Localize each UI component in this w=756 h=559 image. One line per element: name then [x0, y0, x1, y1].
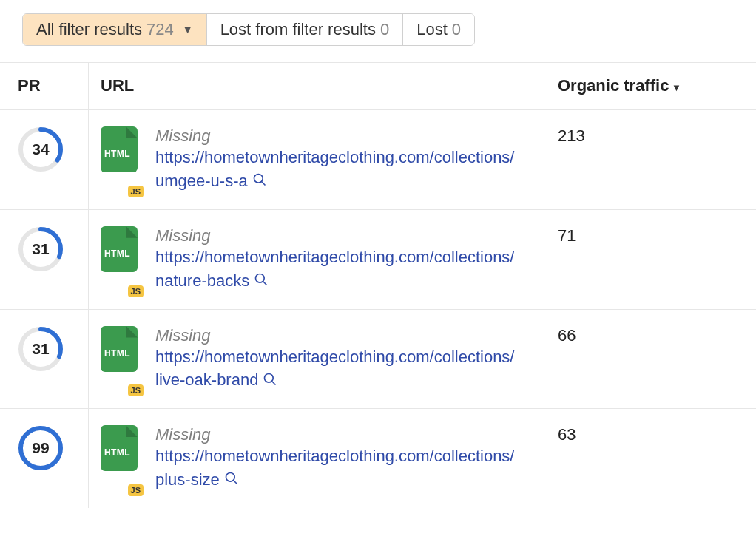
svg-point-2	[254, 175, 263, 183]
search-icon[interactable]	[254, 272, 269, 291]
col-header-url[interactable]: URL	[89, 63, 541, 109]
results-table: PR URL Organic traffic 34 HTML JS Missin…	[0, 62, 756, 508]
cell-url: HTML JS Missing https://hometownheritage…	[89, 210, 541, 309]
filetype-icon: HTML JS	[101, 425, 139, 492]
svg-line-3	[261, 182, 265, 186]
chevron-down-icon: ▼	[183, 24, 193, 35]
url-link[interactable]: https://hometownheritageclothing.com/col…	[155, 447, 514, 489]
cell-traffic: 66	[541, 310, 756, 409]
table-header: PR URL Organic traffic	[0, 62, 756, 109]
svg-point-6	[256, 274, 265, 282]
table-row: 34 HTML JS Missing https://hometownherit…	[0, 109, 756, 209]
cell-pr: 34	[0, 110, 89, 209]
html-icon: HTML	[101, 326, 138, 372]
svg-point-10	[265, 373, 274, 382]
filter-tab-count: 724	[146, 20, 174, 39]
col-header-pr[interactable]: PR	[0, 63, 89, 109]
js-badge: JS	[128, 484, 144, 496]
title-missing-label: Missing	[155, 326, 518, 345]
cell-pr: 99	[0, 409, 89, 508]
filetype-icon: HTML JS	[101, 126, 139, 193]
filter-tab-label: Lost from filter results	[220, 20, 376, 39]
filter-tab-2[interactable]: Lost 0	[403, 14, 474, 45]
pr-ring: 31	[18, 326, 64, 372]
js-badge: JS	[128, 384, 144, 396]
filter-tab-count: 0	[452, 20, 461, 39]
filter-tab-count: 0	[380, 20, 389, 39]
svg-line-7	[263, 281, 267, 285]
table-row: 99 HTML JS Missing https://hometownherit…	[0, 408, 756, 508]
html-icon: HTML	[101, 425, 138, 471]
pr-value: 31	[18, 226, 64, 272]
pr-ring: 99	[18, 425, 64, 471]
filter-tabs: All filter results 724▼Lost from filter …	[22, 13, 475, 46]
html-icon: HTML	[101, 126, 138, 172]
title-missing-label: Missing	[155, 425, 518, 444]
traffic-value: 66	[558, 326, 576, 345]
pr-value: 31	[18, 326, 64, 372]
cell-pr: 31	[0, 310, 89, 409]
traffic-value: 63	[558, 425, 576, 444]
search-icon[interactable]	[263, 372, 277, 391]
title-missing-label: Missing	[155, 126, 518, 146]
search-icon[interactable]	[224, 471, 239, 490]
cell-url: HTML JS Missing https://hometownheritage…	[89, 310, 541, 409]
filetype-icon: HTML JS	[101, 226, 139, 293]
cell-url: HTML JS Missing https://hometownheritage…	[89, 409, 541, 508]
cell-url: HTML JS Missing https://hometownheritage…	[89, 110, 541, 209]
col-header-traffic[interactable]: Organic traffic	[541, 63, 756, 109]
filter-tab-1[interactable]: Lost from filter results 0	[207, 14, 404, 45]
filter-tab-label: All filter results	[36, 20, 142, 39]
html-icon: HTML	[101, 226, 138, 272]
pr-ring: 31	[18, 226, 64, 272]
traffic-value: 213	[558, 126, 585, 145]
js-badge: JS	[128, 285, 144, 297]
filetype-icon: HTML JS	[101, 326, 139, 393]
url-link[interactable]: https://hometownheritageclothing.com/col…	[155, 248, 514, 290]
pr-value: 99	[18, 425, 64, 471]
pr-ring: 34	[18, 126, 64, 172]
search-icon[interactable]	[252, 172, 267, 192]
table-row: 31 HTML JS Missing https://hometownherit…	[0, 309, 756, 409]
filter-tab-label: Lost	[416, 20, 448, 39]
table-row: 31 HTML JS Missing https://hometownherit…	[0, 209, 756, 309]
cell-traffic: 71	[541, 210, 756, 309]
title-missing-label: Missing	[155, 226, 518, 245]
svg-line-11	[272, 381, 276, 384]
traffic-value: 71	[558, 226, 576, 245]
url-link[interactable]: https://hometownheritageclothing.com/col…	[155, 348, 514, 390]
cell-pr: 31	[0, 210, 89, 309]
filter-tab-0[interactable]: All filter results 724▼	[23, 14, 207, 45]
svg-line-15	[233, 481, 237, 484]
cell-traffic: 213	[541, 110, 756, 209]
js-badge: JS	[128, 186, 144, 197]
svg-point-14	[226, 473, 234, 482]
pr-value: 34	[18, 126, 64, 172]
cell-traffic: 63	[541, 409, 756, 508]
url-link[interactable]: https://hometownheritageclothing.com/col…	[155, 148, 514, 190]
